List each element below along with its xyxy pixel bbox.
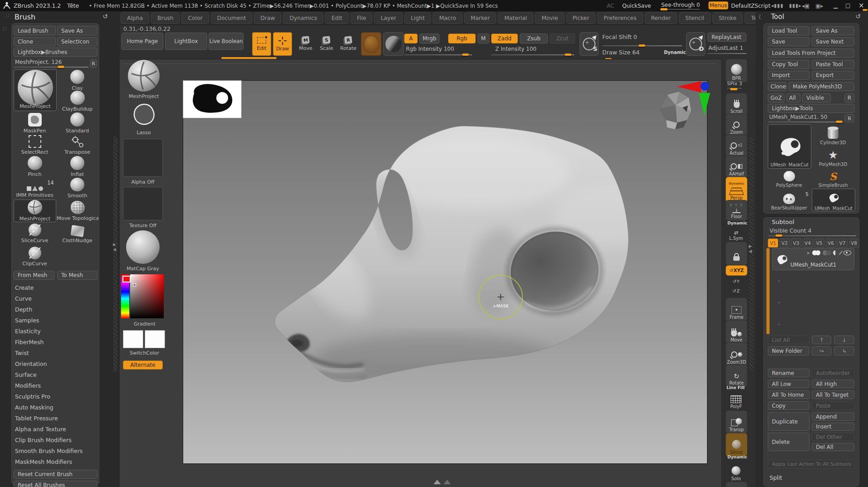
tool-palette-arrow-icon[interactable]: ⟨: [759, 14, 761, 20]
tool-polymesh3d[interactable]: ★ PolyMesh3D: [812, 146, 854, 167]
zoom-button[interactable]: Zoom: [726, 114, 747, 136]
apply-last-action-button[interactable]: Apply Last Action To All Subtools: [768, 460, 854, 468]
alternate-button[interactable]: Alternate: [123, 360, 163, 370]
menu-item[interactable]: File: [351, 12, 373, 24]
menu-item[interactable]: Brush: [151, 12, 180, 24]
tool-slider[interactable]: [768, 122, 841, 122]
brush-meshproject-big[interactable]: MeshProject: [14, 69, 57, 111]
brush-smooth[interactable]: Smooth: [57, 178, 98, 198]
floor-button[interactable]: X Y Z ↓ Floor: [726, 200, 747, 221]
brush-r-button[interactable]: R: [90, 59, 97, 68]
stroke-button[interactable]: S: [580, 32, 599, 56]
rotate-canvas-button[interactable]: ↻ Rotate: [726, 365, 747, 387]
spix-nub[interactable]: [730, 88, 737, 90]
to-mesh-button[interactable]: To Mesh: [57, 271, 98, 280]
brush-clothnudge[interactable]: ClothNudge: [57, 223, 98, 244]
insert-button[interactable]: Insert: [812, 423, 854, 431]
brush-clipcurve[interactable]: ClipCurve: [14, 245, 56, 267]
brush-claybuildup[interactable]: ClayBuildup: [57, 91, 98, 112]
transp-button[interactable]: Transp: [726, 410, 747, 434]
rgb-intensity-slider[interactable]: [404, 54, 472, 55]
append-button[interactable]: Append: [812, 412, 854, 421]
v-tab[interactable]: V1: [768, 239, 778, 248]
clone-brush-button[interactable]: Clone: [14, 37, 56, 46]
load-tool-button[interactable]: Load Tool: [768, 26, 809, 35]
brush-standard[interactable]: Standard: [57, 112, 98, 134]
all-to-home-button[interactable]: All To Home: [768, 390, 809, 399]
gradient-label[interactable]: Gradient: [134, 321, 156, 327]
draw-button[interactable]: Draw: [273, 32, 292, 56]
menu-item[interactable]: Document: [211, 12, 253, 24]
rename-button[interactable]: Rename: [768, 369, 809, 377]
delete-button[interactable]: Delete: [768, 433, 809, 451]
menu-item[interactable]: Picker: [566, 12, 596, 24]
move-out-folder-button[interactable]: ↪: [812, 346, 831, 356]
copy-tool-button[interactable]: Copy Tool: [768, 60, 809, 69]
load-tools-from-project-button[interactable]: Load Tools From Project: [768, 49, 854, 58]
adjust-last-slider[interactable]: [707, 53, 746, 54]
bpr-button[interactable]: BPR: [726, 59, 747, 83]
lsym-dynamic-label[interactable]: Dynamic: [727, 221, 747, 225]
subtool-item[interactable]: ➤ UMesh_MaskCut1: [772, 248, 854, 270]
tool-bearskullupper[interactable]: BearSkullUpper: [768, 189, 810, 210]
m-button[interactable]: M: [478, 34, 489, 44]
import-button[interactable]: Import: [768, 71, 809, 80]
canvas-scroll-arrows[interactable]: [434, 480, 451, 484]
menu-item[interactable]: Macro: [433, 12, 462, 24]
lsym-button[interactable]: ⇄ L.Sym: [726, 227, 746, 242]
default-zscript-button[interactable]: DefaultZScript: [731, 3, 770, 9]
left-tray-divider[interactable]: [113, 136, 117, 372]
aahalf-button[interactable]: AAHalf: [726, 156, 747, 178]
tool-slider-nub[interactable]: [836, 121, 843, 123]
spix-slider-label[interactable]: SPix 3: [727, 81, 742, 88]
save-as-tool-button[interactable]: Save As: [812, 26, 854, 35]
save-tool-button[interactable]: Save: [768, 37, 809, 46]
restore-icon[interactable]: □: [845, 2, 850, 9]
menu-item[interactable]: Marker: [464, 12, 497, 24]
copy-subtool-button[interactable]: Copy: [768, 401, 809, 410]
v-tab[interactable]: V2: [780, 239, 790, 248]
make-polymesh3d-button[interactable]: Make PolyMesh3D: [789, 82, 854, 91]
z-intensity-slider[interactable]: [491, 54, 574, 55]
brush-section-header[interactable]: Modifiers: [12, 380, 98, 391]
live-boolean-button[interactable]: Live Boolean: [209, 33, 244, 50]
tool-palette-refresh-icon[interactable]: ↺: [855, 13, 861, 20]
left-tray-collapse-arrows[interactable]: ▶◀: [113, 242, 116, 252]
brush-slicecurve[interactable]: SliceCurve: [14, 223, 56, 244]
tray-stroke-lasso[interactable]: Lasso: [127, 102, 160, 136]
brush-selectrect[interactable]: SelectRect: [14, 135, 56, 155]
del-other-button[interactable]: Del Other: [812, 433, 854, 441]
shelf-partial-button[interactable]: [726, 482, 747, 487]
brush-section-header[interactable]: Tablet Pressure: [12, 413, 98, 424]
clone-tool-button[interactable]: Clone: [768, 82, 787, 91]
v-tab[interactable]: V7: [837, 239, 848, 248]
brush-section-header[interactable]: Elasticity: [12, 326, 98, 336]
split-section-header[interactable]: Split: [770, 474, 782, 481]
brush-clay[interactable]: Clay: [57, 69, 98, 91]
brush-section-header[interactable]: Create: [12, 282, 98, 293]
brush-section-header[interactable]: Smooth Brush Modifiers: [12, 445, 98, 456]
frame-button[interactable]: Frame: [726, 297, 747, 321]
v-tab[interactable]: V4: [803, 239, 813, 248]
brush-section-header[interactable]: Surface: [12, 369, 98, 380]
solo-button[interactable]: Solo: [726, 460, 746, 482]
menu-item[interactable]: Edit: [325, 12, 349, 24]
new-folder-button[interactable]: New Folder: [768, 346, 809, 356]
draw-size-slider-label[interactable]: Draw Size 64: [602, 49, 639, 56]
move-into-folder-button[interactable]: ↳: [834, 346, 854, 356]
actual-button[interactable]: x1 Actual: [726, 135, 747, 157]
tray-collapse-left-icon[interactable]: ◂▮▮▮: [771, 3, 784, 9]
tray-current-brush[interactable]: MeshProject: [127, 60, 160, 99]
paintbrush-icon[interactable]: [839, 251, 843, 255]
v-tab[interactable]: V3: [791, 239, 801, 248]
zsub-button[interactable]: Zsub: [520, 34, 548, 44]
menu-item[interactable]: Light: [405, 12, 431, 24]
all-to-target-button[interactable]: All To Target: [812, 390, 854, 399]
tool-r-button[interactable]: R: [844, 114, 854, 122]
palette-drag-icon[interactable]: ∷: [3, 25, 6, 32]
save-next-button[interactable]: Save Next: [812, 37, 854, 46]
rotate-y-button[interactable]: ↺Y: [726, 277, 746, 285]
z-intensity-slider-label[interactable]: Z Intensity 100: [495, 46, 536, 52]
goz-r-button[interactable]: R: [844, 93, 854, 102]
right-tray-divider[interactable]: [749, 136, 753, 372]
